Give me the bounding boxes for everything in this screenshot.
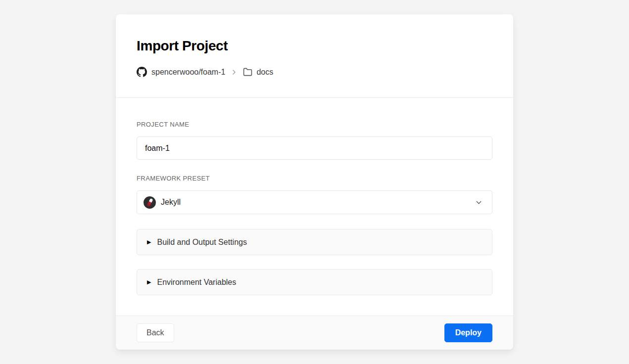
breadcrumb-repo: spencerwooo/foam-1 [151, 68, 225, 77]
chevron-right-icon [230, 68, 238, 76]
github-icon [137, 67, 147, 77]
framework-preset-select[interactable]: Jekyll [137, 190, 492, 214]
chevron-down-icon [475, 198, 483, 207]
environment-variables-section[interactable]: ▶ Environment Variables [137, 269, 492, 295]
environment-variables-label: Environment Variables [157, 278, 236, 287]
framework-preset-value: Jekyll [161, 198, 475, 207]
back-button[interactable]: Back [137, 323, 174, 342]
import-project-card: Import Project spencerwooo/foam-1 docs [116, 14, 513, 350]
card-header: Import Project spencerwooo/foam-1 docs [116, 14, 513, 98]
disclosure-triangle-icon: ▶ [147, 279, 151, 285]
page-title: Import Project [137, 38, 492, 54]
breadcrumb: spencerwooo/foam-1 docs [137, 67, 492, 77]
framework-preset-group: FRAMEWORK PRESET Jekyll [137, 175, 492, 214]
project-name-input[interactable] [137, 136, 492, 160]
project-name-label: PROJECT NAME [137, 121, 492, 128]
framework-preset-label: FRAMEWORK PRESET [137, 175, 492, 182]
card-footer: Back Deploy [116, 316, 513, 350]
deploy-button[interactable]: Deploy [444, 323, 492, 342]
jekyll-logo-icon [144, 196, 156, 209]
build-output-settings-label: Build and Output Settings [157, 238, 246, 247]
breadcrumb-folder: docs [256, 68, 273, 77]
folder-icon [243, 67, 252, 77]
disclosure-triangle-icon: ▶ [147, 239, 151, 245]
card-body: PROJECT NAME FRAMEWORK PRESET Jekyll ▶ B… [116, 98, 513, 316]
build-output-settings-section[interactable]: ▶ Build and Output Settings [137, 229, 492, 255]
project-name-group: PROJECT NAME [137, 121, 492, 160]
